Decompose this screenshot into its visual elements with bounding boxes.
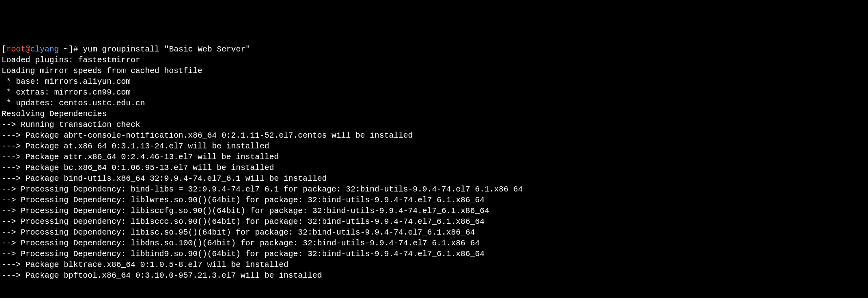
prompt-host: clyang: [30, 45, 59, 54]
prompt-open-bracket: [: [2, 45, 6, 54]
output-line: --> Processing Dependency: libisccc.so.9…: [2, 216, 866, 227]
output-line: ---> Package blktrace.x86_64 0:1.0.5-8.e…: [2, 259, 866, 270]
output-line: --> Processing Dependency: liblwres.so.9…: [2, 195, 866, 205]
prompt-at: @: [25, 45, 30, 54]
output-line: ---> Package attr.x86_64 0:2.4.46-13.el7…: [2, 152, 866, 162]
output-line: ---> Package bpftool.x86_64 0:3.10.0-957…: [2, 270, 866, 281]
output-line: --> Processing Dependency: libbind9.so.9…: [2, 249, 866, 259]
output-line: * updates: centos.ustc.edu.cn: [2, 98, 866, 109]
output-line: --> Processing Dependency: bind-libs = 3…: [2, 184, 866, 195]
output-line: Resolving Dependencies: [2, 109, 866, 119]
prompt-close-bracket: ]#: [69, 45, 83, 54]
prompt-line: [root@clyang ~]# yum groupinstall "Basic…: [2, 44, 866, 55]
output-line: ---> Package abrt-console-notification.x…: [2, 130, 866, 141]
output-line: Loaded plugins: fastestmirror: [2, 55, 866, 65]
output-line: --> Processing Dependency: libisc.so.95(…: [2, 227, 866, 238]
output-line: --> Processing Dependency: libisccfg.so.…: [2, 205, 866, 216]
output-line: ---> Package bc.x86_64 0:1.06.95-13.el7 …: [2, 162, 866, 173]
prompt-user: root: [6, 45, 25, 54]
command-text: yum groupinstall "Basic Web Server": [83, 45, 250, 54]
output-line: * extras: mirrors.cn99.com: [2, 87, 866, 98]
output-line: ---> Package at.x86_64 0:3.1.13-24.el7 w…: [2, 141, 866, 152]
output-line: Loading mirror speeds from cached hostfi…: [2, 65, 866, 76]
output-line: ---> Package bind-utils.x86_64 32:9.9.4-…: [2, 173, 866, 184]
output-line: * base: mirrors.aliyun.com: [2, 76, 866, 87]
terminal-window[interactable]: [root@clyang ~]# yum groupinstall "Basic…: [2, 44, 866, 281]
output-line: --> Running transaction check: [2, 119, 866, 130]
output-line: --> Processing Dependency: libdns.so.100…: [2, 238, 866, 249]
prompt-path: ~: [59, 45, 69, 54]
